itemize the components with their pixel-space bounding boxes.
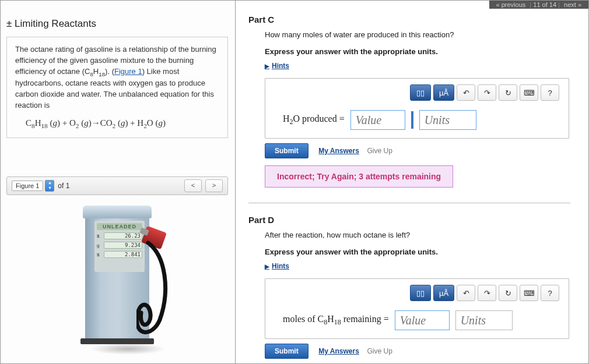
part-c-question: How many moles of water are produced in … (265, 30, 575, 39)
help-button[interactable]: ? (541, 285, 559, 301)
part-c-my-answers-link[interactable]: My Answers (318, 147, 359, 155)
part-c-submit-button[interactable]: Submit (265, 143, 308, 158)
figure-prev-button[interactable]: < (184, 179, 202, 192)
figure-link[interactable]: Figure 1 (114, 67, 142, 76)
part-d-heading: Part D (248, 215, 575, 225)
input-separator (411, 111, 413, 129)
redo-button[interactable]: ↷ (478, 84, 496, 101)
part-separator (248, 203, 570, 203)
part-d-question: After the reaction, how much octane is l… (265, 231, 575, 239)
units-symbols-button[interactable]: µÅ (433, 84, 454, 101)
answer-toolbar: ▯▯ µÅ ↶ ↷ ↻ ⌨ ? (265, 279, 569, 306)
part-d-hints[interactable]: ▶Hints (265, 262, 575, 270)
figure-next-button[interactable]: > (205, 179, 223, 192)
figure-counter: of 1 (58, 182, 69, 190)
part-d-units-input[interactable] (455, 310, 513, 330)
units-symbols-button[interactable]: µÅ (433, 285, 454, 301)
part-d-value-input[interactable] (395, 310, 450, 330)
part-d-instruction: Express your answer with the appropriate… (265, 248, 575, 256)
part-d-my-answers-link[interactable]: My Answers (318, 347, 359, 355)
reset-button[interactable]: ↻ (499, 285, 517, 301)
part-c-instruction: Express your answer with the appropriate… (265, 47, 575, 56)
part-c-heading: Part C (248, 15, 575, 24)
keyboard-button[interactable]: ⌨ (520, 285, 538, 301)
pump-hose (136, 238, 177, 349)
figure-toolbar: Figure 1 ▲▼ of 1 < > (6, 176, 228, 195)
reset-button[interactable]: ↻ (499, 84, 517, 101)
reaction-equation: C8H18 (g) + O2 (g)→CO2 (g) + H2O (g) (26, 117, 219, 130)
help-button[interactable]: ? (541, 84, 559, 101)
part-c-answer-label: H2O produced = (283, 114, 345, 126)
part-c-give-up-link[interactable]: Give Up (367, 147, 392, 155)
templates-button[interactable]: ▯▯ (410, 84, 431, 101)
answer-toolbar: ▯▯ µÅ ↶ ↷ ↻ ⌨ ? (265, 79, 569, 105)
keyboard-button[interactable]: ⌨ (520, 84, 538, 101)
problem-description: The octane rating of gasoline is a relat… (6, 37, 228, 138)
part-c-feedback: Incorrect; Try Again; 3 attempts remaini… (265, 165, 453, 188)
gas-pump-illustration: UNLEADED $26.23 g9.234 $2.841 (73, 206, 161, 351)
part-d-answer-label: moles of C8H18 remaining = (283, 314, 389, 327)
undo-button[interactable]: ↶ (457, 84, 475, 101)
part-c-units-input[interactable] (419, 110, 476, 130)
figure-canvas: UNLEADED $26.23 g9.234 $2.841 (6, 195, 228, 364)
problem-title: ± Limiting Reactants (6, 18, 228, 30)
part-c-answer-box: ▯▯ µÅ ↶ ↷ ↻ ⌨ ? H2O produced = (265, 78, 569, 139)
part-d-submit-button[interactable]: Submit (265, 344, 308, 359)
figure-stepper[interactable]: ▲▼ (45, 180, 54, 192)
part-c-value-input[interactable] (350, 110, 405, 130)
templates-button[interactable]: ▯▯ (410, 285, 431, 301)
pump-header: UNLEADED (97, 223, 142, 230)
figure-label: Figure 1 (12, 181, 43, 191)
redo-button[interactable]: ↷ (478, 285, 496, 301)
undo-button[interactable]: ↶ (457, 285, 475, 301)
part-d-answer-box: ▯▯ µÅ ↶ ↷ ↻ ⌨ ? moles of C8H18 remaining… (265, 278, 569, 339)
part-c-hints[interactable]: ▶Hints (265, 62, 575, 70)
part-d-give-up-link[interactable]: Give Up (367, 347, 392, 355)
